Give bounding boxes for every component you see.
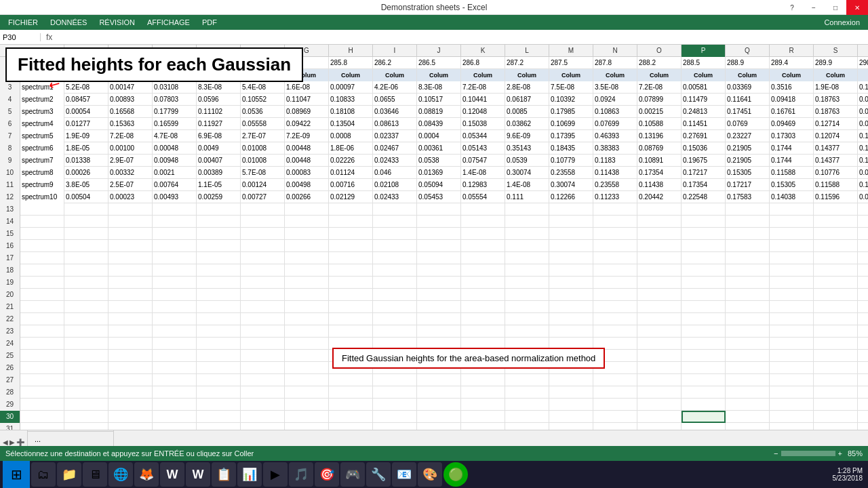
cell[interactable]: 7.2E-08 bbox=[108, 130, 153, 142]
cell[interactable]: 288.5 bbox=[682, 57, 726, 69]
empty-cell[interactable] bbox=[108, 252, 153, 264]
sheet-tab[interactable]: ... bbox=[27, 431, 114, 446]
cell[interactable]: 0.15305 bbox=[726, 167, 770, 179]
empty-cell[interactable] bbox=[373, 289, 417, 301]
empty-cell[interactable] bbox=[197, 423, 241, 430]
cell[interactable]: 0.00215 bbox=[637, 106, 682, 118]
cell[interactable]: 0.10891 bbox=[637, 155, 682, 167]
cell[interactable]: 2.8E-08 bbox=[505, 81, 549, 94]
cell[interactable]: 0.00448 bbox=[285, 155, 329, 167]
ribbon-tab-revision[interactable]: RÉVISION bbox=[94, 17, 140, 28]
empty-cell[interactable] bbox=[637, 301, 682, 313]
cell[interactable]: Colum bbox=[549, 69, 593, 81]
empty-cell[interactable] bbox=[770, 252, 814, 264]
cell[interactable]: 0.02467 bbox=[373, 142, 417, 155]
empty-cell[interactable] bbox=[64, 228, 108, 240]
empty-cell[interactable] bbox=[770, 386, 814, 399]
empty-cell[interactable] bbox=[726, 240, 770, 252]
cell[interactable]: 0.23558 bbox=[549, 167, 593, 179]
tab-next-button[interactable]: ▶ bbox=[9, 439, 15, 446]
cell[interactable]: 0.17799 bbox=[153, 106, 197, 118]
empty-cell[interactable] bbox=[417, 399, 461, 411]
cell[interactable]: 0.00448 bbox=[285, 142, 329, 155]
empty-cell[interactable] bbox=[593, 228, 637, 240]
empty-cell[interactable] bbox=[241, 386, 285, 399]
cell[interactable]: Colum bbox=[637, 69, 682, 81]
cell[interactable]: 0.03108 bbox=[153, 81, 197, 94]
empty-cell[interactable] bbox=[108, 338, 153, 350]
empty-cell[interactable] bbox=[241, 252, 285, 264]
cell[interactable]: 287.8 bbox=[593, 57, 637, 69]
empty-cell[interactable] bbox=[682, 240, 726, 252]
empty-cell[interactable] bbox=[197, 386, 241, 399]
empty-cell[interactable] bbox=[682, 411, 726, 423]
cell[interactable]: 288.2 bbox=[637, 57, 682, 69]
empty-cell[interactable] bbox=[858, 338, 868, 350]
empty-cell[interactable] bbox=[197, 325, 241, 338]
cell[interactable]: 0.05554 bbox=[461, 191, 505, 203]
empty-cell[interactable] bbox=[505, 411, 549, 423]
col-header-N[interactable]: N bbox=[593, 45, 637, 57]
empty-cell[interactable] bbox=[373, 203, 417, 216]
empty-cell[interactable] bbox=[197, 277, 241, 289]
empty-cell[interactable] bbox=[153, 325, 197, 338]
empty-cell[interactable] bbox=[682, 362, 726, 374]
empty-cell[interactable] bbox=[417, 203, 461, 216]
empty-cell[interactable] bbox=[726, 325, 770, 338]
empty-cell[interactable] bbox=[726, 411, 770, 423]
cell[interactable]: 0.0769 bbox=[726, 118, 770, 130]
cell[interactable]: 0.23558 bbox=[593, 179, 637, 191]
cell[interactable]: 0.12256 bbox=[858, 142, 868, 155]
empty-cell[interactable] bbox=[682, 277, 726, 289]
cell[interactable]: 5.2E-08 bbox=[64, 81, 108, 94]
cell[interactable]: 288.9 bbox=[726, 57, 770, 69]
empty-cell[interactable] bbox=[108, 411, 153, 423]
empty-cell[interactable] bbox=[814, 399, 858, 411]
empty-cell[interactable] bbox=[858, 386, 868, 399]
col-header-T[interactable]: T bbox=[858, 45, 868, 57]
taskbar-app3[interactable]: 🟢 bbox=[443, 462, 468, 487]
empty-cell[interactable] bbox=[505, 313, 549, 325]
col-header-C[interactable]: C bbox=[108, 45, 153, 57]
empty-cell[interactable] bbox=[682, 338, 726, 350]
empty-cell[interactable] bbox=[858, 203, 868, 216]
empty-cell[interactable] bbox=[153, 277, 197, 289]
tab-prev-button[interactable]: ◀ bbox=[3, 439, 8, 446]
cell[interactable]: Colum bbox=[64, 69, 108, 81]
cell[interactable]: 0.10588 bbox=[637, 118, 682, 130]
cell[interactable]: 0.00048 bbox=[153, 142, 197, 155]
cell[interactable]: 7.2E-09 bbox=[285, 130, 329, 142]
cell[interactable]: 0.08613 bbox=[373, 118, 417, 130]
cell[interactable]: 0.11596 bbox=[814, 191, 858, 203]
empty-cell[interactable] bbox=[20, 264, 64, 277]
empty-cell[interactable] bbox=[285, 338, 329, 350]
cell[interactable]: 0.09418 bbox=[770, 94, 814, 106]
empty-cell[interactable] bbox=[20, 252, 64, 264]
empty-cell[interactable] bbox=[241, 240, 285, 252]
cell[interactable]: 0.17303 bbox=[770, 130, 814, 142]
taskbar-explorer[interactable]: 📁 bbox=[57, 462, 81, 487]
empty-cell[interactable] bbox=[373, 350, 417, 362]
cell[interactable]: 0.05344 bbox=[461, 130, 505, 142]
empty-cell[interactable] bbox=[329, 240, 373, 252]
empty-cell[interactable] bbox=[20, 301, 64, 313]
empty-cell[interactable] bbox=[285, 325, 329, 338]
empty-cell[interactable] bbox=[461, 423, 505, 430]
empty-cell[interactable] bbox=[108, 386, 153, 399]
empty-cell[interactable] bbox=[108, 399, 153, 411]
cell[interactable]: 286.2 bbox=[373, 57, 417, 69]
empty-cell[interactable] bbox=[637, 240, 682, 252]
empty-cell[interactable] bbox=[549, 252, 593, 264]
cell[interactable]: 0.01277 bbox=[64, 118, 108, 130]
cell[interactable]: 0.00023 bbox=[108, 191, 153, 203]
empty-cell[interactable] bbox=[814, 240, 858, 252]
empty-cell[interactable] bbox=[417, 216, 461, 228]
empty-cell[interactable] bbox=[241, 411, 285, 423]
cell[interactable]: 0.1744 bbox=[770, 142, 814, 155]
cell[interactable]: Colum bbox=[241, 69, 285, 81]
col-header-J[interactable]: J bbox=[417, 45, 461, 57]
empty-cell[interactable] bbox=[858, 423, 868, 430]
empty-cell[interactable] bbox=[858, 264, 868, 277]
empty-cell[interactable] bbox=[593, 350, 637, 362]
cell[interactable]: 8.3E-08 bbox=[197, 81, 241, 94]
